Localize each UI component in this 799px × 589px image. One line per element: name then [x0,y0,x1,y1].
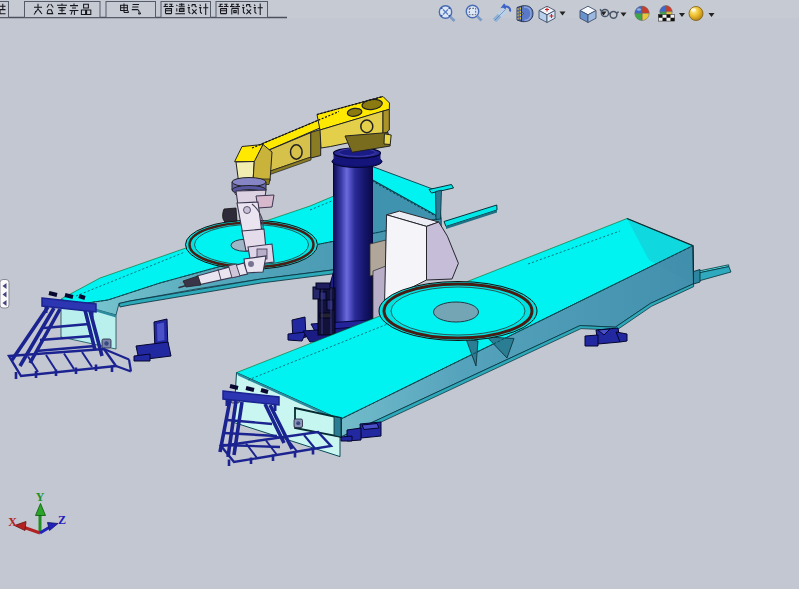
svg-text:X: X [8,515,17,529]
svg-text:Z: Z [58,513,66,527]
svg-text:Y: Y [36,490,45,504]
